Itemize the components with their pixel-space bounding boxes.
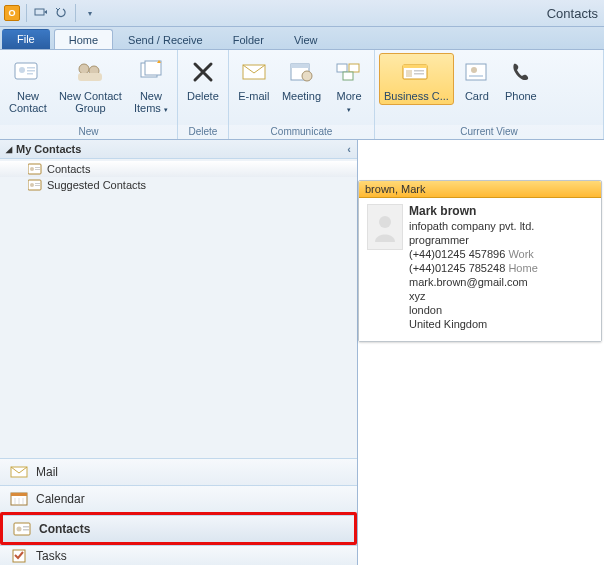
highlight-annotation: Contacts [0, 512, 357, 545]
ribbon-group-new: New Contact New Contact Group New Items … [0, 50, 178, 139]
svg-rect-16 [349, 64, 359, 72]
tab-send-receive[interactable]: Send / Receive [113, 29, 218, 49]
contact-address-1: xyz [409, 289, 538, 303]
new-items-icon [135, 56, 167, 88]
nav-calendar[interactable]: Calendar [0, 485, 357, 512]
svg-rect-29 [35, 169, 40, 170]
delete-label: Delete [187, 90, 219, 102]
contact-group-icon [74, 56, 106, 88]
svg-point-14 [302, 71, 312, 81]
ribbon-group-current-view: Business C... Card Phone Current View [375, 50, 604, 139]
svg-rect-21 [414, 70, 424, 72]
new-items-button[interactable]: New Items ▾ [129, 53, 173, 119]
svg-rect-32 [35, 183, 40, 184]
undo-icon[interactable] [53, 5, 69, 21]
svg-point-6 [79, 64, 89, 74]
more-button[interactable]: More▾ [328, 53, 370, 119]
new-contact-group-button[interactable]: New Contact Group [54, 53, 127, 117]
svg-rect-28 [35, 167, 40, 168]
contact-photo-placeholder [367, 204, 403, 250]
mail-icon [10, 464, 28, 480]
svg-point-45 [379, 216, 391, 228]
calendar-meeting-icon [285, 56, 317, 88]
svg-rect-33 [35, 185, 40, 186]
ribbon-group-communicate: E-mail Meeting More▾ Communicate [229, 50, 375, 139]
svg-rect-19 [403, 65, 427, 68]
tree-item-suggested-contacts[interactable]: Suggested Contacts [0, 177, 357, 193]
nav-tasks[interactable]: Tasks [0, 545, 357, 565]
contacts-folder-tree: Contacts Suggested Contacts [0, 159, 357, 197]
nav-header-my-contacts[interactable]: ◢ My Contacts ‹ [0, 140, 357, 159]
nav-tasks-label: Tasks [36, 549, 67, 563]
svg-rect-8 [78, 73, 102, 81]
view-card-button[interactable]: Card [456, 53, 498, 105]
nav-mail-label: Mail [36, 465, 58, 479]
send-receive-icon[interactable] [33, 5, 49, 21]
business-card-label: Business C... [384, 90, 449, 102]
phone-view-label: Phone [505, 90, 537, 102]
view-phone-button[interactable]: Phone [500, 53, 542, 105]
contact-address-3: United Kingdom [409, 317, 538, 331]
svg-point-24 [471, 67, 477, 73]
meeting-label: Meeting [282, 90, 321, 102]
chevron-down-icon: ▾ [164, 106, 168, 113]
contact-job-title: programmer [409, 233, 538, 247]
ribbon: New Contact New Contact Group New Items … [0, 50, 604, 140]
quick-access-toolbar: O ▾ [4, 4, 98, 22]
nav-header-label: My Contacts [16, 143, 81, 155]
svg-rect-4 [27, 70, 35, 72]
card-view-icon [461, 56, 493, 88]
more-icon [333, 56, 365, 88]
view-business-card-button[interactable]: Business C... [379, 53, 454, 105]
svg-rect-17 [343, 72, 353, 80]
card-body: Mark brown infopath company pvt. ltd. pr… [359, 198, 601, 341]
svg-rect-42 [23, 526, 29, 528]
main-area: ◢ My Contacts ‹ Contacts Suggested Conta… [0, 140, 604, 565]
tab-home[interactable]: Home [54, 29, 113, 49]
contacts-folder-icon [28, 163, 42, 175]
navigation-modules: Mail Calendar Contacts [0, 458, 357, 565]
contact-phone-work: (+44)01245 457896 Work [409, 247, 538, 261]
tab-file[interactable]: File [2, 29, 50, 49]
svg-rect-20 [406, 70, 412, 77]
nav-contacts[interactable]: Contacts [3, 515, 354, 542]
contact-business-card[interactable]: brown, Mark Mark brown infopath company … [358, 180, 602, 342]
nav-contacts-label: Contacts [39, 522, 90, 536]
expand-triangle-icon: ◢ [6, 145, 12, 154]
tab-view[interactable]: View [279, 29, 333, 49]
separator [75, 4, 76, 22]
svg-rect-15 [337, 64, 347, 72]
new-items-label: New Items ▾ [134, 90, 168, 116]
chevron-down-icon: ▾ [347, 106, 351, 113]
card-header: brown, Mark [359, 181, 601, 198]
new-contact-button[interactable]: New Contact [4, 53, 52, 117]
contact-address-2: london [409, 303, 538, 317]
group-label-communicate: Communicate [229, 125, 374, 139]
email-button[interactable]: E-mail [233, 53, 275, 105]
tab-folder[interactable]: Folder [218, 29, 279, 49]
meeting-button[interactable]: Meeting [277, 53, 326, 105]
separator [26, 4, 27, 22]
group-label-current-view: Current View [375, 125, 603, 139]
title-bar: O ▾ Contacts [0, 0, 604, 27]
nav-calendar-label: Calendar [36, 492, 85, 506]
tree-item-contacts[interactable]: Contacts [0, 161, 357, 177]
contact-phone-home: (+44)01245 785248 Home [409, 261, 538, 275]
svg-rect-13 [291, 64, 309, 68]
group-label-delete: Delete [178, 125, 228, 139]
group-label-new: New [0, 125, 177, 139]
business-card-view-icon [400, 56, 432, 88]
new-contact-label: New Contact [9, 90, 47, 114]
svg-point-31 [30, 183, 34, 187]
nav-mail[interactable]: Mail [0, 458, 357, 485]
window-title: Contacts [547, 6, 600, 21]
calendar-icon [10, 491, 28, 507]
delete-button[interactable]: Delete [182, 53, 224, 105]
svg-point-27 [30, 167, 34, 171]
contact-email: mark.brown@gmail.com [409, 275, 538, 289]
ribbon-tab-bar: File Home Send / Receive Folder View [0, 27, 604, 50]
svg-rect-5 [27, 73, 33, 75]
new-contact-group-label: New Contact Group [59, 90, 122, 114]
collapse-pane-icon[interactable]: ‹ [347, 143, 351, 155]
customize-qat-dropdown[interactable]: ▾ [82, 5, 98, 21]
